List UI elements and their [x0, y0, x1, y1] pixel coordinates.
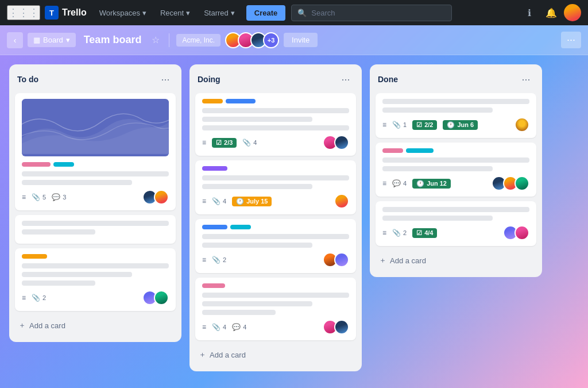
card-doing-1[interactable]: ≡ ☑ 2/3 📎 4 [195, 93, 356, 156]
column-menu-button-done[interactable]: ··· [518, 71, 534, 87]
board-icon: ▦ [33, 36, 40, 44]
board-header: ‹ ▦ Board ▾ Team board ☆ Acme, Inc. +3 I… [0, 25, 588, 55]
card-meta-list: ≡ [22, 193, 26, 201]
list-icon: ≡ [382, 121, 386, 129]
app-logo[interactable]: T Trello [45, 6, 87, 20]
list-icon: ≡ [202, 197, 206, 205]
attachment-icon: 📎 [212, 256, 220, 264]
chevron-down-icon: ▾ [231, 9, 235, 17]
card-text-line [22, 272, 132, 277]
card-todo-2[interactable] [15, 215, 176, 244]
board-title: Team board [84, 34, 142, 46]
add-card-button-doing[interactable]: ＋ Add a card [195, 345, 356, 364]
column-title-doing: Doing [198, 75, 220, 84]
card-done-3[interactable]: ≡ 📎 2 ☑ 4/4 [376, 201, 536, 246]
card-meta-attachments: 📎 2 [392, 229, 407, 237]
card-member-avatars [514, 117, 529, 132]
workspace-chip[interactable]: Acme, Inc. [176, 34, 220, 47]
label-blue [202, 225, 227, 229]
attachment-icon: 📎 [32, 193, 40, 201]
due-date-badge: 🕐 Jun 12 [412, 179, 451, 189]
card-checklist-badge: ☑ 4/4 [412, 228, 437, 238]
card-meta-attachments: 📎 4 [242, 139, 257, 147]
starred-menu[interactable]: Starred ▾ [198, 5, 241, 21]
sidebar-collapse-button[interactable]: ‹ [7, 32, 23, 48]
card-member-avatars [334, 194, 349, 209]
add-card-button-done[interactable]: ＋ Add a card [376, 251, 536, 270]
star-button[interactable]: ☆ [149, 32, 162, 48]
list-icon: ≡ [22, 294, 26, 302]
workspaces-menu[interactable]: Workspaces ▾ [94, 5, 152, 21]
info-button[interactable]: ℹ [520, 3, 539, 22]
card-footer: ≡ 💬 4 🕐 Jun 12 [382, 176, 529, 191]
card-meta-list: ≡ [382, 121, 386, 129]
attachment-icon: 📎 [392, 229, 401, 237]
card-member-avatars [142, 290, 169, 305]
search-input[interactable] [311, 5, 446, 21]
user-avatar[interactable] [564, 4, 581, 21]
trello-logo-icon: T [45, 6, 59, 20]
card-member-avatars [503, 225, 529, 240]
board-view-button[interactable]: ▦ Board ▾ [28, 33, 76, 47]
grid-icon[interactable]: ⋮⋮⋮ [7, 5, 40, 20]
card-text-line [382, 107, 493, 113]
recent-menu[interactable]: Recent ▾ [154, 5, 196, 21]
column-todo: To do ··· [9, 64, 181, 342]
card-text-line [202, 234, 349, 239]
card-meta-list: ≡ [202, 323, 206, 331]
checklist-icon: ☑ [216, 139, 222, 147]
card-meta-attachments: 📎 1 [392, 121, 407, 129]
card-member-avatar [514, 117, 529, 132]
card-todo-3[interactable]: ≡ 📎 2 [15, 248, 176, 311]
label-pink [202, 283, 225, 288]
card-member-avatars [492, 176, 529, 191]
card-text-line [22, 263, 169, 268]
column-menu-button-doing[interactable]: ··· [338, 71, 354, 87]
card-meta-list: ≡ [202, 197, 206, 205]
card-footer: ≡ ☑ 2/3 📎 4 [202, 135, 349, 150]
card-due-badge: 🕐 Jun 6 [443, 120, 478, 130]
card-meta-attachments: 📎 2 [32, 294, 46, 302]
card-text-line [382, 216, 493, 221]
list-icon: ≡ [202, 323, 206, 331]
card-doing-2[interactable]: ≡ 📎 4 🕐 July 15 [195, 160, 356, 214]
attachment-icon: 📎 [212, 323, 220, 331]
column-header-doing: Doing ··· [195, 71, 356, 87]
nav-right-actions: ℹ 🔔 [520, 3, 581, 22]
card-text-line [22, 180, 132, 185]
attachment-icon: 📎 [242, 139, 251, 147]
label-purple [202, 166, 227, 171]
create-button[interactable]: Create [246, 5, 285, 21]
label-pink [382, 148, 403, 153]
card-meta-checklist: ☑ 2/3 [212, 138, 237, 148]
card-footer: ≡ 📎 2 ☑ 4/4 [382, 225, 529, 240]
card-labels [22, 162, 169, 167]
notifications-button[interactable]: 🔔 [542, 3, 560, 22]
card-cover-image [22, 99, 169, 156]
card-done-1[interactable]: ≡ 📎 1 ☑ 2/2 🕐 Jun 6 [376, 93, 536, 138]
card-doing-4[interactable]: ≡ 📎 4 💬 4 [195, 278, 356, 340]
clock-icon: 🕐 [416, 180, 424, 187]
card-text-line [22, 221, 169, 226]
chevron-down-icon: ▾ [142, 9, 146, 17]
invite-button[interactable]: Invite [284, 33, 318, 47]
search-bar[interactable]: 🔍 [291, 5, 452, 21]
member-avatar-overflow[interactable]: +3 [263, 32, 279, 48]
card-todo-1[interactable]: ≡ 📎 5 💬 3 [15, 93, 176, 210]
card-checklist-badge: ☑ 2/2 [412, 120, 437, 130]
card-doing-3[interactable]: ≡ 📎 2 [195, 219, 356, 273]
plus-icon: ＋ [18, 320, 26, 331]
add-card-button-todo[interactable]: ＋ Add a card [15, 316, 176, 335]
card-text-line [202, 184, 312, 189]
card-member-avatars [323, 135, 349, 150]
card-done-2[interactable]: ≡ 💬 4 🕐 Jun 12 [376, 143, 536, 197]
chevron-down-icon: ▾ [66, 36, 70, 44]
board-more-button[interactable]: ··· [561, 32, 581, 48]
card-text-line [202, 117, 312, 122]
card-member-avatar [334, 320, 349, 335]
label-blue [226, 99, 256, 103]
due-date-badge: 🕐 Jun 6 [443, 120, 478, 130]
card-footer: ≡ 📎 2 [202, 252, 349, 267]
card-member-avatar [334, 194, 349, 209]
column-menu-button-todo[interactable]: ··· [157, 71, 173, 87]
